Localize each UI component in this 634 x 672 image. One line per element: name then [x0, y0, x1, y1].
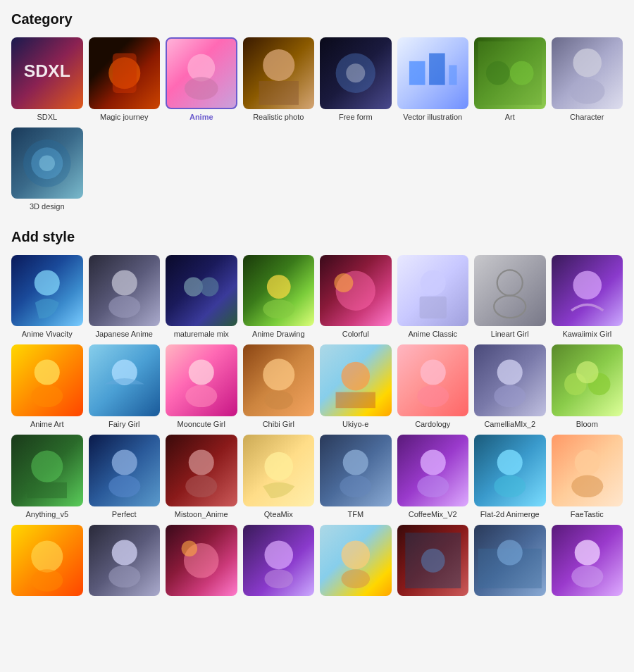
style-item-maturemale[interactable]: maturemale mix	[166, 255, 237, 340]
svg-point-55	[185, 475, 217, 498]
style-item-bottom2[interactable]	[89, 525, 161, 599]
svg-point-32	[494, 295, 526, 318]
style-item-bottom5[interactable]	[320, 525, 392, 599]
style-item-anime-art[interactable]: Anime Art	[11, 344, 83, 429]
category-item-character[interactable]: Character	[552, 37, 623, 122]
style-grid-row4	[11, 525, 623, 599]
style-thumb-fairy-girl	[89, 344, 161, 416]
style-item-bottom8[interactable]	[552, 525, 623, 599]
style-item-bloom[interactable]: Bloom	[552, 344, 623, 429]
style-label-lineart: Lineart Girl	[491, 329, 529, 339]
svg-point-59	[420, 450, 445, 475]
svg-point-63	[574, 450, 599, 475]
category-item-sdxl[interactable]: SDXL SDXL	[11, 37, 83, 122]
style-item-japanese-anime[interactable]: Japanese Anime	[89, 255, 161, 340]
style-item-anything-v5[interactable]: Anything_v5	[11, 435, 83, 519]
svg-point-38	[185, 385, 217, 408]
category-thumb-3d	[11, 127, 83, 199]
svg-point-13	[486, 61, 510, 85]
category-thumb-magic	[89, 37, 161, 109]
style-item-anime-classic[interactable]: Anime Classic	[397, 255, 469, 340]
style-item-cardology[interactable]: Cardology	[397, 344, 469, 429]
style-label-anime-drawing: Anime Drawing	[252, 329, 305, 339]
style-item-perfect[interactable]: Perfect	[89, 435, 161, 519]
svg-rect-9	[409, 61, 425, 85]
svg-point-68	[108, 566, 140, 588]
style-item-bottom3[interactable]	[166, 525, 237, 599]
style-item-ukiyo-e[interactable]: Ukiyo-e	[320, 344, 392, 429]
style-item-bottom7[interactable]	[474, 525, 546, 599]
category-grid: SDXL SDXL Magic journey Anime Realistic …	[11, 37, 623, 122]
category-item-3d[interactable]: 3D design	[11, 127, 83, 212]
style-item-bottom1[interactable]	[11, 525, 83, 599]
svg-point-28	[334, 273, 353, 292]
style-item-bottom4[interactable]	[243, 525, 315, 599]
style-thumb-qteamix	[243, 435, 315, 506]
category-item-freeform[interactable]: Free form	[320, 37, 392, 122]
style-label-tfm: TFM	[347, 509, 363, 519]
svg-point-19	[39, 155, 55, 171]
svg-point-44	[417, 385, 449, 408]
svg-point-62	[494, 475, 526, 498]
style-thumb-anime-art	[11, 344, 83, 416]
svg-point-34	[35, 360, 60, 385]
category-label-anime: Anime	[189, 112, 213, 122]
style-item-chibi-girl[interactable]: Chibi Girl	[243, 344, 315, 429]
style-item-qteamix[interactable]: QteaMix	[243, 435, 315, 519]
category-item-realistic[interactable]: Realistic photo	[243, 37, 315, 122]
category-label-3d: 3D design	[30, 201, 65, 211]
svg-rect-51	[27, 483, 67, 499]
category-item-vector[interactable]: Vector illustration	[397, 37, 469, 122]
style-thumb-bottom6	[397, 525, 469, 597]
style-label-qteamix: QteaMix	[264, 509, 293, 519]
svg-point-39	[263, 359, 294, 391]
style-item-mooncute[interactable]: Mooncute Girl	[166, 344, 237, 429]
style-item-tfm[interactable]: TFM	[320, 435, 392, 519]
svg-point-25	[266, 275, 290, 299]
category-thumb-sdxl: SDXL	[11, 37, 83, 109]
style-label-colorful: Colorful	[342, 329, 369, 339]
category-thumb-art	[474, 37, 546, 109]
style-thumb-bottom5	[320, 525, 392, 597]
style-label-camellia: CamelliaMIx_2	[484, 419, 535, 429]
style-section: Add style Anime Vivacity Japanese Anime …	[11, 229, 623, 599]
style-thumb-bottom4	[243, 525, 315, 597]
svg-point-43	[420, 360, 445, 385]
svg-point-5	[263, 49, 294, 81]
style-thumb-bottom8	[552, 525, 623, 597]
style-item-anime-drawing[interactable]: Anime Drawing	[243, 255, 315, 340]
category-thumb-freeform	[320, 37, 392, 109]
style-item-coffeemix[interactable]: CoffeeMix_V2	[397, 435, 469, 519]
style-label-anime-classic: Anime Classic	[408, 329, 457, 339]
style-item-lineart[interactable]: Lineart Girl	[474, 255, 546, 340]
category-item-art[interactable]: Art	[474, 37, 546, 122]
style-item-fairy-girl[interactable]: Fairy Girl	[89, 344, 161, 429]
svg-point-49	[576, 361, 598, 384]
style-item-camellia[interactable]: CamelliaMIx_2	[474, 344, 546, 429]
svg-point-71	[264, 541, 293, 570]
category-item-magic[interactable]: Magic journey	[89, 37, 161, 122]
svg-point-58	[340, 475, 371, 498]
category-item-anime[interactable]: Anime	[166, 37, 237, 122]
category-section: Category SDXL SDXL Magic journey Anime	[11, 11, 623, 212]
style-label-mistoon: Mistoon_Anime	[175, 509, 228, 519]
style-item-anime-vivacity[interactable]: Anime Vivacity	[11, 255, 83, 340]
svg-point-57	[343, 450, 368, 475]
svg-point-24	[199, 277, 218, 296]
svg-point-73	[341, 541, 370, 570]
style-item-faetastic[interactable]: FaeTastic	[552, 435, 623, 519]
svg-text:SDXL: SDXL	[24, 61, 70, 80]
svg-rect-6	[259, 81, 298, 105]
style-thumb-bottom2	[89, 525, 161, 597]
style-item-flat2d[interactable]: Flat-2d Animerge	[474, 435, 546, 519]
style-item-bottom6[interactable]	[397, 525, 469, 599]
style-label-perfect: Perfect	[112, 509, 137, 519]
style-item-mistoon[interactable]: Mistoon_Anime	[166, 435, 237, 519]
svg-point-64	[571, 475, 603, 498]
svg-point-78	[497, 540, 523, 565]
style-thumb-perfect	[89, 435, 161, 506]
style-item-kawaiimix[interactable]: Kawaiimix Girl	[552, 255, 623, 340]
style-item-colorful[interactable]: Colorful	[320, 255, 392, 340]
svg-point-60	[417, 475, 449, 498]
svg-point-52	[111, 450, 137, 475]
